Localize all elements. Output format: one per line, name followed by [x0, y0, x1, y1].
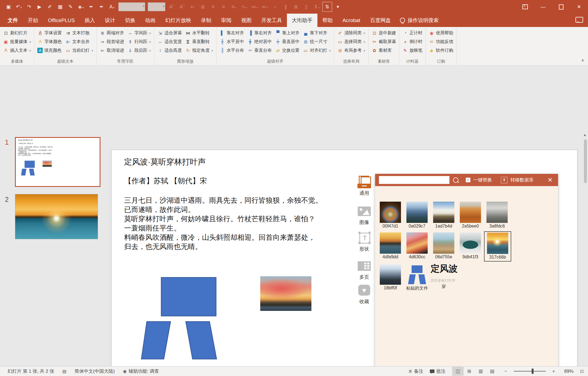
panel-tab-图像[interactable]: 图像: [354, 205, 375, 231]
tab-视图[interactable]: 视图: [236, 14, 256, 27]
ribbon-垂直分布[interactable]: ═垂直分布: [246, 46, 273, 55]
ribbon-字体颜色[interactable]: A字体颜色: [36, 37, 63, 46]
ribbon-水平翻转[interactable]: ⋈水平翻转: [184, 29, 215, 37]
tab-帮助[interactable]: 帮助: [317, 14, 338, 27]
trapezoid-shapes[interactable]: [141, 321, 218, 359]
slide-thumbnail-1[interactable]: 定风波·莫听穿林打叶声 【作者】苏轼 【朝代】宋 三月七日，沙湖道中遇雨。雨具先…: [15, 137, 100, 187]
ribbon-绝对居中[interactable]: ╋绝对居中: [246, 37, 273, 46]
qat-numbered-list-icon[interactable]: ≕▾: [260, 2, 270, 11]
search-icon[interactable]: [453, 177, 458, 183]
asset-item-9db41f3[interactable]: 9db41f3: [457, 232, 483, 260]
ribbon-段后距[interactable]: ⇓段后距∨: [126, 46, 152, 55]
ribbon-批量媒体[interactable]: ▣批量媒体∨: [2, 37, 32, 46]
qat-flowchart-icon[interactable]: ♁: [271, 2, 280, 11]
ribbon-适合高度[interactable]: ↕适合高度: [156, 46, 183, 55]
fit-to-window-icon[interactable]: ⊡: [580, 369, 584, 374]
comments-button[interactable]: 批注: [430, 368, 446, 374]
asset-item-1ad7b4d[interactable]: 1ad7b4d: [431, 202, 457, 229]
ribbon-两端对齐[interactable]: ≣两端对齐: [98, 29, 125, 37]
ribbon-字间距[interactable]: ↔字间距∨: [126, 29, 152, 37]
ribbon-放映笔[interactable]: ✎放映笔: [401, 46, 424, 55]
asset-item-18bff0f[interactable]: 18bff0f: [377, 263, 403, 291]
qat-paragraph-marks-icon[interactable]: ≣: [291, 2, 301, 11]
ribbon-垂直居中[interactable]: ╪垂直居中: [274, 37, 301, 46]
tab-审阅[interactable]: 审阅: [216, 14, 236, 27]
ribbon-行间距[interactable]: ⇕行间距∨: [126, 37, 152, 46]
slide-thumbnail-2[interactable]: [15, 194, 98, 239]
qat-grow-font-icon[interactable]: Aˆ: [167, 2, 176, 11]
accessibility-status[interactable]: ◉ 辅助功能: 调查: [123, 368, 159, 374]
slide-sorter-view-button[interactable]: ⊞: [464, 367, 475, 376]
zoom-in-button[interactable]: +: [552, 369, 555, 374]
ribbon-插入文本[interactable]: A插入文本∨: [2, 46, 32, 55]
zoom-percentage[interactable]: 89%: [562, 369, 574, 374]
qat-bullet-list-icon[interactable]: ≔▾: [250, 2, 259, 11]
asset-item-2a5bee0[interactable]: 2a5bee0: [457, 202, 483, 229]
qat-align-right-icon[interactable]: ≡▾: [229, 2, 238, 11]
qat-tab-order-icon[interactable]: ∥: [281, 2, 290, 11]
qat-font-name-combo[interactable]: ▾: [118, 2, 145, 11]
normal-view-button[interactable]: ◫: [452, 367, 464, 376]
qat-undo-icon[interactable]: ↶▾: [14, 2, 23, 11]
qat-font-size-combo[interactable]: ▾: [148, 2, 165, 11]
asset-item-3a8fdc6[interactable]: 3a8fdc6: [484, 202, 510, 229]
qat-format-painter-icon[interactable]: ✐: [45, 2, 54, 11]
qat-dotted-line-icon[interactable]: ∿▾: [240, 2, 249, 11]
ribbon-水平居中[interactable]: ╫水平居中: [218, 37, 245, 46]
ribbon-布局参考[interactable]: ⊞布局参考∨: [336, 46, 367, 55]
asset-item-4dfa9dd[interactable]: 4dfa9dd: [377, 232, 403, 260]
ribbon-统一尺寸[interactable]: ⊞统一尺寸: [301, 37, 332, 46]
zoom-slider-thumb[interactable]: [532, 369, 534, 374]
qat-font-icon[interactable]: A▾: [107, 2, 117, 11]
panel-tab-形状[interactable]: T形状: [354, 232, 375, 258]
ribbon-倒计时[interactable]: ◕倒计时: [401, 37, 424, 46]
ribbon-选中新建[interactable]: ⊡选中新建: [370, 29, 397, 37]
ribbon-新幻灯片[interactable]: ⊡新幻灯片: [2, 29, 32, 37]
qat-decrease-indent-icon[interactable]: ⇐: [188, 2, 197, 11]
tab-幻灯片放映[interactable]: 幻灯片放映: [160, 14, 196, 27]
slide-author[interactable]: 【作者】苏轼 【朝代】宋: [124, 176, 207, 186]
rectangle-shape[interactable]: [161, 277, 216, 316]
ribbon-指定角度[interactable]: ↻指定角度∨: [184, 46, 215, 55]
ribbon-对齐幻灯[interactable]: ▭对齐幻灯∨: [301, 46, 332, 55]
qat-shapes-icon[interactable]: ◈▾: [76, 2, 85, 11]
ribbon-水平分布[interactable]: ║水平分布: [218, 46, 245, 55]
replace-checkbox[interactable]: ✓: [466, 178, 470, 182]
tab-OfficePLUS[interactable]: OfficePLUS: [43, 14, 80, 27]
ribbon-靠下对齐[interactable]: ▄靠下对齐: [301, 29, 332, 37]
qat-save-icon[interactable]: ▣: [4, 2, 13, 11]
qat-customize-qat-icon[interactable]: ▾: [333, 2, 342, 11]
scrollbar-thumb[interactable]: [584, 140, 587, 183]
ribbon-当前幻灯[interactable]: ▭当前幻灯∨: [64, 46, 94, 55]
ribbon-靠左对齐[interactable]: ▌靠左对齐: [218, 29, 245, 37]
proofing-icon[interactable]: ▤: [62, 369, 66, 374]
tab-Acrobat[interactable]: Acrobat: [338, 14, 365, 27]
zoom-out-button[interactable]: −: [504, 369, 507, 374]
close-button[interactable]: ✕: [570, 0, 588, 14]
collapse-ribbon-icon[interactable]: ∧: [581, 58, 584, 63]
ribbon-正计时[interactable]: ◔正计时: [401, 29, 424, 37]
ribbon-功能反馈[interactable]: ✉功能反馈: [427, 37, 455, 46]
notes-button[interactable]: ≣ 备注: [408, 368, 423, 374]
qat-start-slideshow-icon[interactable]: ▶: [35, 2, 44, 11]
ribbon-取消缩进[interactable]: ⇐取消缩进: [98, 46, 125, 55]
qat-text-page-icon[interactable]: ▯: [302, 2, 311, 11]
ribbon-垂直翻转[interactable]: ⋈垂直翻转: [184, 37, 215, 46]
tab-动画[interactable]: 动画: [140, 14, 160, 27]
tab-开发工具[interactable]: 开发工具: [256, 14, 287, 27]
qat-justify-icon[interactable]: ≣: [198, 2, 207, 11]
restore-button[interactable]: [552, 0, 570, 14]
qat-edit-table-icon[interactable]: ▦: [56, 2, 65, 11]
ribbon-display-options-button[interactable]: [516, 0, 534, 14]
tell-me-search[interactable]: 操作说明搜索: [396, 14, 443, 27]
ribbon-段首缩进[interactable]: ⇒段首缩进: [98, 37, 125, 46]
qat-align-center-icon[interactable]: ≡: [219, 2, 228, 11]
search-input[interactable]: [379, 176, 449, 184]
reading-view-button[interactable]: ▥: [475, 367, 486, 376]
transfer-database-button[interactable]: 转移数据库: [510, 177, 534, 183]
minimize-button[interactable]: —: [534, 0, 552, 14]
sunset-photo[interactable]: [260, 276, 311, 311]
ribbon-适合屏幕[interactable]: ⇲适合屏幕: [156, 29, 183, 37]
ribbon-靠上对齐[interactable]: ▀靠上对齐: [274, 29, 301, 37]
ribbon-软件订购[interactable]: ◆软件订购: [427, 46, 455, 55]
